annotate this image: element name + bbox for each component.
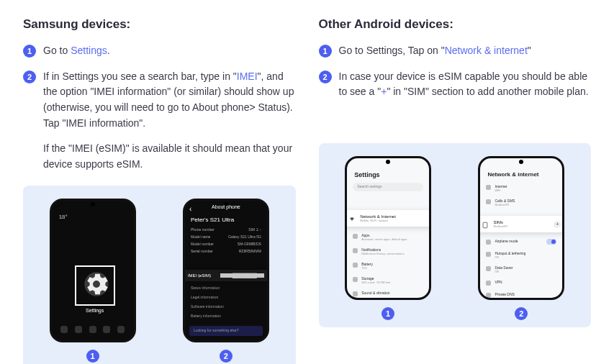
samsung-phone-2: ‹ About phone Peter's S21 Ultra Phone nu… [183,199,269,342]
list-item: Private DNS [486,292,556,298]
text: Go to [43,45,71,56]
step-number-badge: 1 [319,45,332,58]
text: . [107,45,110,56]
internet-icon [486,185,491,190]
list-item: Battery information [191,314,261,318]
sims-card: SIMs RedlineGO + [478,216,564,232]
row-title: Private DNS [495,292,515,298]
battery-icon [353,263,358,268]
camera-notch [91,202,95,206]
settings-link[interactable]: Settings [71,45,107,56]
text: " in "SIM" section to add another mobile… [387,86,588,97]
network-rows-bottom: Airplane mode Hotspot & tetheringOff Dat… [486,239,556,300]
samsung-phone-2-col: ‹ About phone Peter's S21 Ultra Phone nu… [183,199,269,363]
add-sim-plus-icon: + [554,221,561,228]
list-item: Status information [191,286,261,290]
hotspot-icon [486,252,491,257]
value: RZ8R50MMM [239,248,261,254]
samsung-image-box: 18° Settings 1 ‹ About phone Pet [23,186,296,364]
step-number-badge: 1 [23,45,36,58]
settings-title: Settings [354,171,380,178]
imei-esim-row: IMEI (eSIM) 95████████ [183,270,269,281]
about-phone-title: About phone [185,204,267,209]
imei-link[interactable]: IMEI [237,70,258,82]
list-item: Calls & SMSRedlineGO [486,199,556,206]
dock [58,326,128,336]
about-list: Status information Legal information Sof… [191,286,261,323]
airplane-icon [486,240,491,245]
device-name: Peter's S21 Ultra [191,217,234,223]
image-number-badge: 2 [515,307,528,320]
search-settings: Search settings [353,183,423,191]
android-phone-2: Network & internet InternetWiFi Calls & … [478,156,564,300]
list-item: Storage54% used · 59 GB free [353,276,423,284]
samsung-step-2-text: If in Settings you see a search bar, typ… [43,69,296,132]
label: Model name [191,234,211,240]
settings-icon-highlight: Settings [75,265,115,306]
device-info-rows: Phone numberSIM 1: - Model nameGalaxy S2… [191,227,261,255]
imei-masked-value: 95████████ [220,273,264,278]
step-number-badge: 2 [23,70,36,83]
network-internet-link[interactable]: Network & internet [445,45,528,56]
list-item: NotificationsNotification history, conve… [353,247,423,255]
row-title: Hotspot & tethering [495,251,525,255]
row-sub: WiFi [495,188,507,192]
network-rows-top: InternetWiFi Calls & SMSRedlineGO [486,184,556,213]
wifi-icon [348,216,356,222]
samsung-step-2: 2 If in Settings you see a search bar, t… [23,69,296,132]
network-internet-title: Network & internet [487,171,538,178]
list-item: InternetWiFi [486,184,556,192]
samsung-phone-1-col: 18° Settings 1 [50,199,136,363]
android-image-box: Settings Search settings Network & Inter… [319,143,592,327]
camera-notch [519,160,523,164]
android-title: Other Android devices: [319,17,592,32]
android-step-2: 2 In case your device is eSIM capable yo… [319,69,592,100]
vpn-icon [486,281,491,286]
list-item: Software information [191,304,261,309]
card-sub: RedlineGO [493,224,507,228]
svg-rect-1 [483,222,487,228]
row-sub: 72% [361,266,373,270]
network-internet-card: Network & Internet Mobile, Wi-Fi, hotspo… [345,210,431,227]
samsung-step-1-text: Go to Settings. [43,43,110,59]
row-sub: 54% used · 59 GB free [361,281,390,284]
list-item: AppsAssistant, recent apps, default apps [353,233,423,241]
datasaver-icon [486,266,491,271]
settings-label: Settings [76,308,114,313]
text: Go to Settings, Tap on " [339,45,445,56]
samsung-phone-1: 18° Settings [50,199,136,342]
list-item: VPN [486,280,556,286]
list-item: Hotspot & tetheringOff [486,251,556,259]
imei-label: IMEI (eSIM) [188,273,211,278]
android-step-1: 1 Go to Settings, Tap on "Network & inte… [319,43,592,59]
gear-icon [82,270,111,299]
value: SM-G998B/DS [238,241,261,247]
list-item: Sound & vibration [353,291,423,296]
android-phone-1: Settings Search settings Network & Inter… [345,156,431,300]
row-title: Sound & vibration [361,291,389,295]
text: If in Settings you see a search bar, typ… [43,70,237,82]
sim-icon [482,222,489,227]
notifications-icon [353,248,358,253]
settings-search-banner: Looking for something else? [189,326,263,336]
list-item: Battery72% [353,262,423,270]
image-number-badge: 1 [382,307,394,320]
row-sub: RedlineGO [495,203,515,206]
row-title: Airplane mode [495,239,543,245]
label: Phone number [191,227,215,232]
image-number-badge: 1 [86,350,99,363]
columns: Samsung devices: 1 Go to Settings. 2 If … [23,17,591,364]
row-sub: Off [495,255,525,259]
camera-notch [386,160,390,164]
label: Model number [191,241,214,247]
samsung-title: Samsung devices: [23,17,296,32]
text: " [528,45,531,56]
step-number-badge: 2 [319,70,332,83]
value: Galaxy S21 Ultra 5G [228,234,261,240]
calls-icon [486,199,491,204]
dns-icon [486,293,491,298]
row-sub: Assistant, recent apps, default apps [361,237,407,241]
image-number-badge: 2 [220,350,232,363]
row-sub: Off [495,270,513,273]
card-sub: Mobile, Wi-Fi, hotspot [360,219,396,222]
